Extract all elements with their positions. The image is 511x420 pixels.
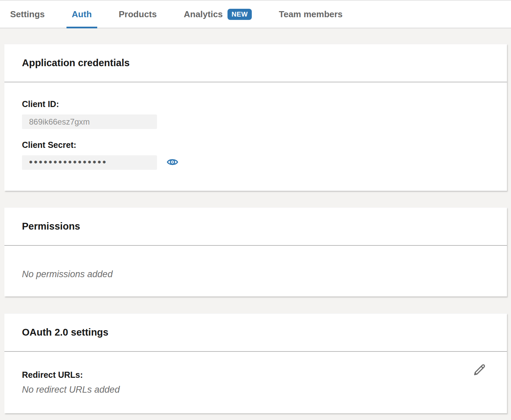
application-credentials-body: Client ID: 869ik66esz7gxm Client Secret:… [4,82,507,191]
tab-products-label: Products [119,9,157,20]
new-badge: NEW [227,9,252,20]
client-id-value: 869ik66esz7gxm [29,117,90,127]
application-credentials-title: Application credentials [22,57,130,69]
pencil-icon [472,363,487,378]
permissions-header: Permissions [4,208,507,246]
redirect-urls-empty-text: No redirect URLs added [22,385,120,395]
tab-auth[interactable]: Auth [66,1,97,28]
tab-analytics[interactable]: Analytics NEW [178,1,257,28]
permissions-title: Permissions [22,221,80,232]
oauth-settings-body: Redirect URLs: No redirect URLs added [4,352,507,413]
permissions-empty-text: No permissions added [22,269,113,279]
reveal-secret-button[interactable] [166,156,179,169]
eye-icon [166,156,179,169]
tab-settings-label: Settings [10,9,45,20]
client-id-label: Client ID: [22,99,489,109]
client-secret-row: •••••••••••••••• [22,155,489,170]
client-id-field: 869ik66esz7gxm [22,114,157,129]
tab-products[interactable]: Products [113,1,162,28]
tab-team-members-label: Team members [279,9,343,20]
tab-auth-label: Auth [72,9,92,20]
oauth-settings-title: OAuth 2.0 settings [22,327,108,338]
client-secret-label: Client Secret: [22,140,489,150]
permissions-body: No permissions added [4,246,507,296]
oauth-settings-card: OAuth 2.0 settings Redirect URLs: No red… [4,313,507,413]
oauth-settings-header: OAuth 2.0 settings [4,314,507,352]
tab-bar: Settings Auth Products Analytics NEW Tea… [0,0,511,28]
application-credentials-header: Application credentials [4,44,507,82]
redirect-urls-label: Redirect URLs: [22,370,489,380]
application-credentials-card: Application credentials Client ID: 869ik… [4,44,507,191]
tab-settings[interactable]: Settings [5,1,50,28]
tab-analytics-label: Analytics [184,9,223,20]
edit-redirect-urls-button[interactable] [472,363,487,378]
client-secret-masked-value: •••••••••••••••• [29,157,107,167]
tab-team-members[interactable]: Team members [273,1,348,28]
client-secret-field: •••••••••••••••• [22,155,157,170]
permissions-card: Permissions No permissions added [4,207,507,296]
